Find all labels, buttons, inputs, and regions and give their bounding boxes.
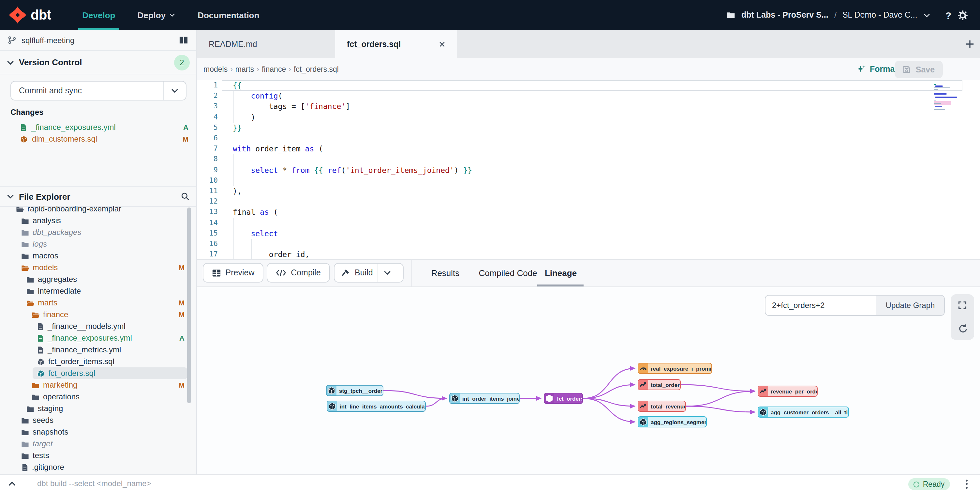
settings-gear-icon[interactable] xyxy=(957,10,968,21)
tree-item-analysis[interactable]: analysis xyxy=(17,215,187,227)
lineage-node-int_line_items_amounts_calculated[interactable]: int_line_items_amounts_calculated xyxy=(327,401,426,412)
code-line-1[interactable]: 1{{ xyxy=(197,80,980,91)
tree-item-snapshots[interactable]: snapshots xyxy=(17,426,187,438)
nav-item-deploy[interactable]: Deploy xyxy=(137,0,175,30)
tree-item-rapid-onboarding-exemplar[interactable]: rapid-onboarding-exemplar xyxy=(12,203,187,215)
tree-item-_finance_exposures.yml[interactable]: _finance_exposures.ymlA xyxy=(33,332,187,344)
fullscreen-icon[interactable] xyxy=(958,301,967,310)
save-button[interactable]: Save xyxy=(894,61,943,78)
tree-item-target[interactable]: target xyxy=(17,438,187,450)
help-icon[interactable]: ? xyxy=(945,10,951,21)
code-line-3[interactable]: 3 tags = ['finance'] xyxy=(197,101,980,112)
lineage-node-int_order_items_joined[interactable]: int_order_items_joined xyxy=(449,393,520,404)
lineage-node-agg_customer_orders__all_time[interactable]: agg_customer_orders__all_time xyxy=(758,407,849,418)
git-branch-row[interactable]: sqlfluff-meeting xyxy=(0,30,196,51)
tree-item-seeds[interactable]: seeds xyxy=(17,414,187,426)
tree-item-_finance_metrics.yml[interactable]: _finance_metrics.yml xyxy=(33,344,187,356)
code-line-16[interactable]: 16 xyxy=(197,239,980,249)
breadcrumb-segment[interactable]: fct_orders.sql xyxy=(294,65,339,73)
build-button[interactable]: Build xyxy=(334,263,404,283)
tree-item-marts[interactable]: martsM xyxy=(22,297,187,308)
breadcrumb-segment[interactable]: marts xyxy=(235,65,254,73)
folder-icon xyxy=(31,381,40,389)
lineage-selector-input[interactable]: 2+fct_orders+2 xyxy=(765,295,876,316)
tree-item-logs[interactable]: logs xyxy=(17,238,187,250)
pane-tab-lineage[interactable]: Lineage xyxy=(541,260,580,286)
status-badge[interactable]: Ready xyxy=(908,478,950,490)
cube-icon xyxy=(37,369,45,377)
code-line-17[interactable]: 17 order_id, xyxy=(197,249,980,259)
code-line-7[interactable]: 7with order_item as ( xyxy=(197,144,980,154)
commit-and-sync-button[interactable]: Commit and sync xyxy=(10,81,186,101)
format-button[interactable]: Format xyxy=(857,58,897,80)
update-graph-button[interactable]: Update Graph xyxy=(876,295,945,316)
code-line-5[interactable]: 5}} xyxy=(197,123,980,133)
lineage-node-agg_regions_segments[interactable]: agg_regions_segments xyxy=(638,416,707,427)
code-line-11[interactable]: 11), xyxy=(197,186,980,196)
gauge-icon xyxy=(638,363,648,373)
compile-button[interactable]: Compile xyxy=(267,263,330,283)
code-line-13[interactable]: 13final as ( xyxy=(197,207,980,217)
code-editor[interactable]: 1{{2 config(3 tags = ['finance']4 )5}}67… xyxy=(197,80,980,259)
code-line-8[interactable]: 8 xyxy=(197,154,980,165)
tree-item-models[interactable]: modelsM xyxy=(17,262,187,273)
tree-item-operations[interactable]: operations xyxy=(27,391,187,403)
code-line-6[interactable]: 6 xyxy=(197,133,980,144)
lineage-node-revenue_per_order[interactable]: revenue_per_order xyxy=(758,386,818,397)
lineage-node-total_revenue[interactable]: total_revenue xyxy=(638,401,686,412)
preview-button[interactable]: Preview xyxy=(203,263,263,283)
kebab-menu-icon[interactable] xyxy=(961,477,972,491)
changed-file-row[interactable]: dim_customers.sqlM xyxy=(19,133,188,145)
tree-item-tests[interactable]: tests xyxy=(17,450,187,461)
changes-label: Changes xyxy=(10,108,43,117)
new-tab-plus-icon[interactable] xyxy=(965,30,975,58)
lineage-graph-panel[interactable]: stg_tpch__ordersint_line_items_amounts_c… xyxy=(197,287,980,474)
nav-item-documentation[interactable]: Documentation xyxy=(197,0,259,30)
tree-item-dbt_packages[interactable]: dbt_packages xyxy=(17,227,187,238)
pane-tab-compiled-code[interactable]: Compiled Code xyxy=(479,260,537,286)
pane-tab-results[interactable]: Results xyxy=(430,260,460,286)
editor-tab-fct_orders.sql[interactable]: fct_orders.sql xyxy=(335,30,457,58)
project-selector[interactable]: SL Demo - Dave C... xyxy=(842,10,917,19)
breadcrumb-segment[interactable]: models xyxy=(204,65,228,73)
code-line-9[interactable]: 9 select * from {{ ref('int_order_items_… xyxy=(197,165,980,175)
tree-item-aggregates[interactable]: aggregates xyxy=(22,273,187,285)
close-icon[interactable] xyxy=(439,41,445,47)
code-line-12[interactable]: 12 xyxy=(197,196,980,207)
code-line-15[interactable]: 15 select xyxy=(197,228,980,239)
tree-item-finance[interactable]: financeM xyxy=(27,308,187,320)
code-line-14[interactable]: 14 xyxy=(197,217,980,228)
tree-item-macros[interactable]: macros xyxy=(17,250,187,262)
tree-item-staging[interactable]: staging xyxy=(22,403,187,414)
tree-item-fct_orders.sql[interactable]: fct_orders.sql xyxy=(33,367,187,379)
lineage-node-stg_tpch__orders[interactable]: stg_tpch__orders xyxy=(326,385,383,396)
command-input[interactable]: dbt build --select <model_name> xyxy=(23,479,151,488)
chevron-down-icon[interactable] xyxy=(923,11,931,19)
chevron-up-icon[interactable] xyxy=(0,479,23,488)
changed-file-row[interactable]: _finance_exposures.ymlA xyxy=(19,121,188,133)
code-line-10[interactable]: 10 xyxy=(197,176,980,186)
editor-tab-README.md[interactable]: README.md xyxy=(197,30,335,58)
tree-item-intermediate[interactable]: intermediate xyxy=(22,285,187,297)
commit-options-chevron[interactable] xyxy=(163,81,186,100)
lineage-node-total_orders[interactable]: total_orders xyxy=(638,379,681,390)
search-icon[interactable] xyxy=(181,192,190,201)
tree-scrollbar[interactable] xyxy=(187,208,191,403)
build-options-chevron[interactable] xyxy=(377,264,396,282)
docs-book-icon[interactable] xyxy=(179,36,188,45)
editor-minimap[interactable] xyxy=(934,84,958,112)
reset-view-icon[interactable] xyxy=(958,324,967,334)
lineage-node-real_exposure_i_promise[interactable]: real_exposure_i_promise xyxy=(638,363,712,374)
breadcrumb-segment[interactable]: finance xyxy=(262,65,286,73)
tree-item-marketing[interactable]: marketingM xyxy=(27,379,187,391)
code-line-2[interactable]: 2 config( xyxy=(197,91,980,101)
tree-item-fct_order_items.sql[interactable]: fct_order_items.sql xyxy=(33,356,187,367)
tree-item-_finance__models.yml[interactable]: _finance__models.yml xyxy=(33,320,187,332)
account-name[interactable]: dbt Labs - ProServ S... xyxy=(741,10,829,19)
nav-item-develop[interactable]: Develop xyxy=(82,0,115,30)
code-line-4[interactable]: 4 ) xyxy=(197,112,980,122)
lineage-node-fct_orders[interactable]: fct_orders xyxy=(544,393,583,404)
tree-item-.gitignore[interactable]: .gitignore xyxy=(17,461,187,473)
version-control-header[interactable]: Version Control 2 xyxy=(0,51,196,74)
dbt-logo[interactable]: dbt xyxy=(0,6,51,24)
